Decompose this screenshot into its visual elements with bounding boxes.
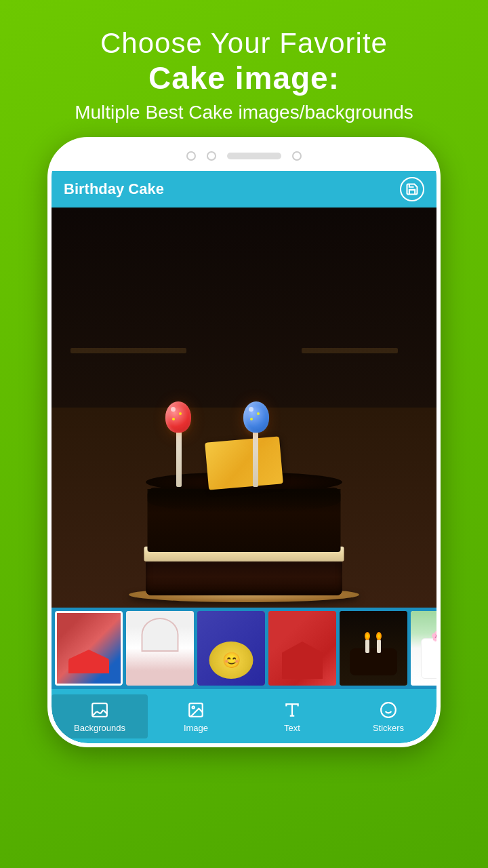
phone-speaker bbox=[227, 153, 281, 159]
phone-top-bar bbox=[52, 141, 436, 171]
app-title: Birthday Cake bbox=[64, 180, 164, 198]
svg-point-9 bbox=[381, 703, 396, 717]
choc-drip1 bbox=[148, 489, 341, 513]
cake-bottom-layer bbox=[146, 558, 342, 595]
stickers-label: Stickers bbox=[373, 723, 404, 733]
text-icon bbox=[282, 700, 302, 720]
nav-image[interactable]: Image bbox=[148, 694, 244, 738]
cake-card bbox=[205, 436, 283, 490]
phone-frame: Birthday Cake bbox=[47, 137, 441, 747]
thumbnail-6[interactable]: 🌸 🌸 bbox=[411, 611, 436, 686]
nav-stickers[interactable]: Stickers bbox=[340, 694, 436, 738]
image-icon bbox=[186, 700, 206, 720]
candle-left bbox=[175, 410, 183, 487]
subtitle: Multiple Best Cake images/backgrounds bbox=[75, 102, 413, 123]
balloon-left bbox=[165, 401, 191, 433]
save-button[interactable] bbox=[400, 177, 424, 201]
text-label: Text bbox=[284, 723, 300, 733]
title-line2: Cake image: bbox=[75, 60, 413, 96]
image-label: Image bbox=[184, 723, 208, 733]
thumbnail-4[interactable] bbox=[268, 611, 336, 686]
thumbnail-strip: 😊 bbox=[52, 608, 436, 689]
phone-dot-left bbox=[186, 151, 196, 161]
svg-line-2 bbox=[97, 711, 100, 713]
thumbnail-2[interactable] bbox=[126, 611, 194, 686]
app-titlebar: Birthday Cake bbox=[52, 171, 436, 208]
app-inner: Birthday Cake bbox=[52, 171, 436, 743]
stickers-icon bbox=[378, 700, 399, 720]
thumbnail-3[interactable]: 😊 bbox=[197, 611, 265, 686]
svg-point-6 bbox=[192, 706, 195, 708]
thumbnail-1[interactable] bbox=[55, 611, 123, 686]
phone-dot-center bbox=[207, 151, 216, 161]
nav-backgrounds[interactable]: Backgrounds bbox=[52, 694, 148, 738]
thumbnail-5[interactable] bbox=[340, 611, 407, 686]
cake-scene bbox=[52, 208, 436, 608]
backgrounds-icon bbox=[89, 700, 110, 720]
cake-image-area bbox=[52, 208, 436, 608]
title-line1: Choose Your Favorite bbox=[75, 27, 413, 60]
phone-dot-right bbox=[292, 151, 302, 161]
candle-right bbox=[251, 410, 260, 487]
backgrounds-label: Backgrounds bbox=[74, 723, 125, 733]
nav-text[interactable]: Text bbox=[244, 694, 340, 738]
bottom-nav: Backgrounds Image bbox=[52, 689, 436, 743]
balloon-right bbox=[243, 401, 269, 433]
header-section: Choose Your Favorite Cake image: Multipl… bbox=[75, 0, 413, 137]
